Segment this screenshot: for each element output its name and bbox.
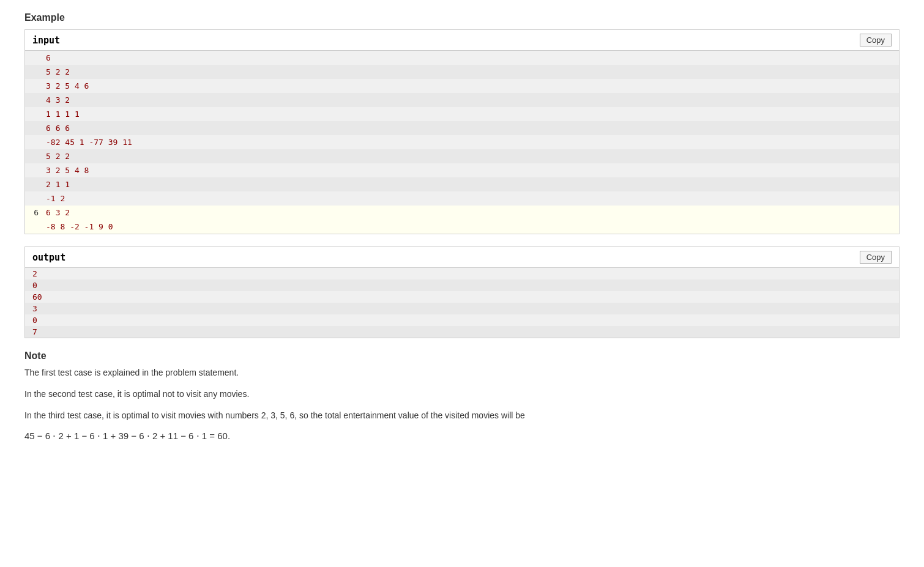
output-row: 7 [25, 326, 899, 338]
line-content: 2 1 1 [43, 179, 899, 190]
line-content: -8 8 -2 -1 9 0 [43, 221, 899, 232]
input-row: -82 45 1 -77 39 11 [25, 135, 899, 149]
line-content: -82 45 1 -77 39 11 [43, 136, 899, 148]
line-content: 3 2 5 4 6 [43, 80, 899, 92]
input-row: 3 2 5 4 6 [25, 79, 899, 93]
note-paragraph-1: The first test case is explained in the … [24, 366, 900, 379]
input-block: input Copy 65 2 23 2 5 4 64 3 21 1 1 16 … [24, 29, 900, 234]
input-row: 5 2 2 [25, 149, 899, 163]
example-section: Example input Copy 65 2 23 2 5 4 64 3 21… [24, 12, 900, 338]
input-row: 4 3 2 [25, 93, 899, 107]
note-paragraph-3: In the third test case, it is optimal to… [24, 409, 900, 422]
output-row: 0 [25, 280, 899, 291]
input-row: 66 3 2 [25, 206, 899, 220]
input-header: input Copy [25, 30, 899, 51]
output-copy-button[interactable]: Copy [860, 251, 892, 264]
note-title: Note [24, 350, 900, 361]
input-copy-button[interactable]: Copy [860, 34, 892, 46]
line-content: 5 2 2 [43, 150, 899, 162]
line-content: 5 2 2 [43, 66, 899, 78]
line-content: 6 [43, 52, 899, 64]
input-row: -1 2 [25, 191, 899, 206]
input-row: 2 1 1 [25, 177, 899, 191]
input-row: 3 2 5 4 8 [25, 163, 899, 177]
line-content: 6 3 2 [43, 207, 899, 218]
line-content: -1 2 [43, 193, 899, 204]
output-row: 2 [25, 268, 899, 280]
input-content: 65 2 23 2 5 4 64 3 21 1 1 16 6 6-82 45 1… [25, 51, 899, 234]
input-label: input [32, 35, 60, 46]
line-number: 6 [25, 208, 43, 217]
note-math-line: 45 − 6 ⋅ 2 + 1 − 6 ⋅ 1 + 39 − 6 ⋅ 2 + 11… [24, 431, 900, 442]
line-content: 1 1 1 1 [43, 108, 899, 120]
input-row: 1 1 1 1 [25, 107, 899, 121]
input-row: 6 6 6 [25, 121, 899, 135]
example-title: Example [24, 12, 900, 23]
output-block: output Copy 2060307 [24, 246, 900, 338]
input-row: 5 2 2 [25, 65, 899, 79]
output-label: output [32, 252, 65, 263]
note-paragraph-2: In the second test case, it is optimal n… [24, 388, 900, 401]
output-row: 3 [25, 303, 899, 314]
output-content: 2060307 [25, 268, 899, 338]
line-content: 6 6 6 [43, 122, 899, 134]
input-row: 6 [25, 51, 899, 65]
input-row: -8 8 -2 -1 9 0 [25, 220, 899, 234]
line-content: 3 2 5 4 8 [43, 165, 899, 176]
output-row: 60 [25, 291, 899, 303]
output-header: output Copy [25, 247, 899, 268]
output-row: 0 [25, 314, 899, 326]
note-section: Note The first test case is explained in… [24, 350, 900, 442]
line-content: 4 3 2 [43, 94, 899, 106]
